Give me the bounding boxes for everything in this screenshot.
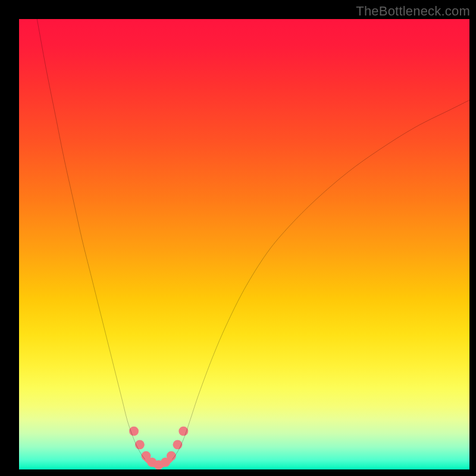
valley-marker <box>129 427 139 436</box>
curve-left-branch <box>37 19 145 459</box>
plot-area <box>19 19 469 469</box>
watermark-label: TheBottleneck.com <box>356 4 470 19</box>
valley-marker <box>178 427 188 436</box>
valley-marker <box>173 440 183 449</box>
chart-frame: TheBottleneck.com <box>0 0 476 476</box>
valley-marker <box>135 440 145 449</box>
bottleneck-curve <box>19 19 469 469</box>
curve-right-branch <box>172 100 469 459</box>
